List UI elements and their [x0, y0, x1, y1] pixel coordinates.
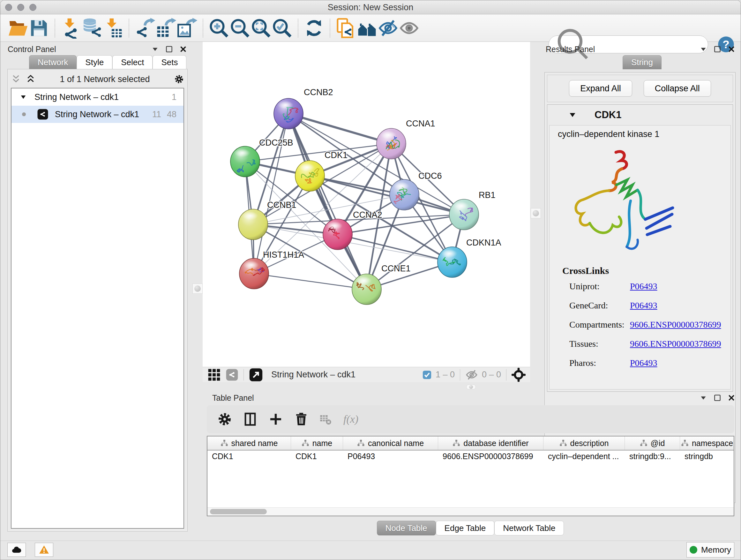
export-image-button[interactable] [177, 17, 198, 39]
table-cell-name[interactable]: CDK1 [291, 450, 343, 463]
save-session-button[interactable] [28, 17, 50, 39]
float-panel-icon[interactable] [165, 45, 173, 53]
expand-all-button[interactable]: Expand All [569, 80, 632, 97]
app-window: Session: New Session ? Control Panel Net… [0, 0, 741, 560]
duplicate-network-button[interactable] [335, 17, 356, 39]
float-panel-icon[interactable] [713, 45, 722, 53]
open-session-button[interactable] [7, 17, 28, 39]
column-header-canonical-name[interactable]: canonical name [343, 436, 438, 450]
table-settings-gear-icon[interactable] [216, 411, 233, 428]
network-collection-row[interactable]: String Network – cdk1 1 [11, 88, 184, 106]
column-header-shared-name[interactable]: shared name [207, 436, 291, 450]
refresh-view-button[interactable] [304, 17, 325, 39]
export-table-button[interactable] [155, 17, 177, 39]
network-edge[interactable] [288, 114, 367, 289]
column-header-namespace[interactable]: namespace [680, 436, 734, 450]
network-edge[interactable] [288, 114, 391, 144]
import-network-button[interactable] [60, 17, 81, 39]
panel-menu-icon[interactable] [699, 394, 708, 402]
tab-network[interactable]: Network [29, 55, 77, 69]
hide-selected-button[interactable] [378, 17, 399, 39]
crosslink-value[interactable]: 9606.ENSP00000378699 [630, 320, 721, 330]
close-panel-icon[interactable] [179, 45, 187, 53]
memory-button[interactable]: Memory [686, 542, 734, 557]
crosslink-value[interactable]: 9606.ENSP00000378699 [630, 339, 721, 349]
network-node-CCNB2[interactable] [274, 98, 303, 129]
zoom-out-button[interactable] [229, 17, 251, 39]
tab-select[interactable]: Select [112, 55, 152, 69]
column-header-id[interactable]: @id [625, 436, 680, 450]
network-node-CCNA1[interactable] [377, 128, 406, 159]
network-canvas[interactable]: CCNB2CCNA1CDC25BCDK1CDC6RB1CCNB1CCNA2CDK… [203, 42, 530, 367]
network-node-CDC25B[interactable] [230, 146, 260, 177]
close-panel-icon[interactable] [727, 45, 736, 53]
disclosure-triangle-icon[interactable] [568, 111, 577, 119]
column-header-database-identifier[interactable]: database identifier [438, 436, 543, 450]
column-header-description[interactable]: description [543, 436, 625, 450]
grid-view-icon[interactable] [207, 368, 221, 382]
left-divider-handle[interactable] [192, 284, 203, 294]
new-column-icon[interactable] [267, 411, 284, 428]
table-cell-canonical-name[interactable]: P06493 [343, 450, 438, 463]
horizontal-scrollbar[interactable] [207, 507, 734, 516]
table-cell-namespace[interactable]: stringdb [680, 450, 734, 463]
panel-menu-icon[interactable] [151, 45, 159, 53]
network-node-RB1[interactable] [449, 199, 479, 230]
table-cell-id[interactable]: stringdb:9... [625, 450, 680, 463]
fit-selected-icon[interactable] [512, 368, 526, 382]
tab-sets[interactable]: Sets [152, 55, 186, 69]
table-cell-shared-name[interactable]: CDK1 [207, 450, 291, 463]
show-all-button[interactable] [399, 17, 420, 39]
tab-string[interactable]: String [623, 55, 662, 69]
hidden-count-badge: 0 – 0 [482, 370, 501, 380]
panel-menu-icon[interactable] [699, 45, 708, 53]
zoom-fit-content-button[interactable] [251, 17, 272, 39]
network-node-CCNA2[interactable] [323, 219, 352, 250]
zoom-in-button[interactable] [208, 17, 229, 39]
delete-columns-icon[interactable] [293, 411, 310, 428]
show-columns-icon[interactable] [242, 411, 259, 428]
table-cell-database-identifier[interactable]: 9606.ENSP00000378699 [438, 450, 543, 463]
crosslink-value[interactable]: P06493 [630, 300, 657, 311]
float-panel-icon[interactable] [713, 394, 722, 402]
network-options-gear-icon[interactable] [174, 74, 184, 84]
network-node-HIST1H1A[interactable] [239, 258, 269, 289]
network-edge[interactable] [254, 273, 367, 289]
collapse-all-button[interactable]: Collapse All [644, 80, 711, 97]
tab-edge-table[interactable]: Edge Table [436, 521, 495, 536]
cloud-button[interactable] [7, 543, 26, 557]
selected-checkbox-icon[interactable] [422, 370, 432, 380]
tab-network-table[interactable]: Network Table [494, 521, 564, 536]
crosslink-value[interactable]: P06493 [630, 358, 657, 368]
table-row[interactable]: CDK1CDK1P064939606.ENSP00000378699cyclin… [207, 450, 734, 463]
network-node-CDKN1A[interactable] [437, 247, 467, 277]
first-neighbors-button[interactable] [356, 17, 378, 39]
hierarchy-icon [301, 439, 309, 447]
network-row[interactable]: String Network – cdk1 11 48 [11, 106, 184, 123]
network-node-CDC6[interactable] [390, 179, 419, 210]
warnings-button[interactable] [35, 543, 53, 557]
network-node-CCNE1[interactable] [352, 274, 381, 305]
right-divider-handle[interactable] [531, 208, 541, 219]
zoom-selected-region-button[interactable] [272, 17, 293, 39]
crosslink-value[interactable]: P06493 [630, 281, 657, 292]
memory-label: Memory [701, 545, 731, 555]
gene-section-header[interactable]: CDK1 [547, 105, 733, 125]
network-node-CCNB1[interactable] [239, 209, 268, 240]
tab-style[interactable]: Style [77, 55, 112, 69]
expand-all-networks-icon[interactable] [25, 74, 36, 84]
detach-view-icon[interactable] [249, 368, 263, 382]
import-network-from-database-button[interactable] [81, 17, 103, 39]
share-network-icon[interactable] [226, 368, 239, 381]
table-cell-description[interactable]: cyclin–dependent ... [543, 450, 625, 463]
bottom-divider-handle[interactable] [466, 384, 476, 389]
network-node-CDK1[interactable] [295, 161, 325, 191]
scrollbar-thumb[interactable] [210, 509, 267, 514]
collapse-all-networks-icon[interactable] [11, 74, 21, 84]
tab-node-table[interactable]: Node Table [377, 521, 436, 536]
import-table-button[interactable] [103, 17, 124, 39]
disclosure-triangle-icon[interactable] [20, 94, 27, 101]
export-network-button[interactable] [134, 17, 155, 39]
close-panel-icon[interactable] [727, 394, 736, 402]
column-header-name[interactable]: name [291, 436, 343, 450]
